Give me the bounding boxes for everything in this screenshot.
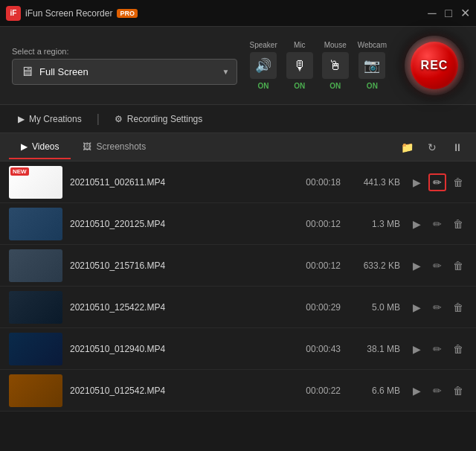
new-badge: NEW xyxy=(10,167,29,176)
minimize-button[interactable]: ─ xyxy=(427,8,437,19)
file-size: 1.3 MB xyxy=(348,219,400,229)
nav-bar: ▶ My Creations | ⚙ Recording Settings xyxy=(0,105,476,133)
play-button[interactable]: ▶ xyxy=(408,340,425,358)
refresh-button[interactable]: ↻ xyxy=(422,138,442,157)
screenshot-tab-label: Screenshots xyxy=(96,141,146,152)
file-duration: 00:00:29 xyxy=(289,302,341,313)
file-name: 20210510_012542.MP4 xyxy=(70,386,281,396)
file-name: 20210510_012940.MP4 xyxy=(70,344,281,354)
app-logo: iF xyxy=(6,6,21,21)
pro-badge: PRO xyxy=(117,9,138,18)
file-name: 20210510_125422.MP4 xyxy=(70,302,281,313)
table-row: 20210510_012940.MP4 00:00:43 38.1 MB ▶ ✏… xyxy=(0,328,476,370)
edit-button[interactable]: ✏ xyxy=(428,382,446,400)
tab-list: ▶ Videos 🖼 Screenshots xyxy=(9,135,158,159)
file-name: 20210510_215716.MP4 xyxy=(70,260,281,271)
play-button[interactable]: ▶ xyxy=(408,382,425,400)
mouse-label: Mouse xyxy=(324,41,347,49)
region-dropdown[interactable]: 🖥 Full Screen ▼ xyxy=(12,59,237,85)
webcam-control[interactable]: Webcam 📷 ON xyxy=(358,41,387,90)
title-bar-controls: ─ □ ✕ xyxy=(427,8,470,19)
speaker-status: ON xyxy=(258,82,269,90)
content-area: ▶ Videos 🖼 Screenshots 📁 ↻ ⏸ NEW 2021051… xyxy=(0,133,476,412)
delete-button[interactable]: 🗑 xyxy=(449,298,467,316)
title-bar-left: iF iFun Screen Recorder PRO xyxy=(6,6,138,21)
webcam-status: ON xyxy=(367,82,378,90)
tab-bar: ▶ Videos 🖼 Screenshots 📁 ↻ ⏸ xyxy=(0,133,476,161)
file-name: 20210511_002611.MP4 xyxy=(70,177,281,188)
play-button[interactable]: ▶ xyxy=(408,215,425,233)
file-actions: ▶ ✏ 🗑 xyxy=(408,340,467,358)
edit-button[interactable]: ✏ xyxy=(428,173,446,191)
monitor-icon: 🖥 xyxy=(20,64,33,80)
video-tab-icon: ▶ xyxy=(21,141,28,152)
table-row: 20210510_125422.MP4 00:00:29 5.0 MB ▶ ✏ … xyxy=(0,287,476,328)
screenshot-tab-icon: 🖼 xyxy=(83,141,91,152)
file-list: NEW 20210511_002611.MP4 00:00:18 441.3 K… xyxy=(0,161,476,412)
file-actions: ▶ ✏ 🗑 xyxy=(408,173,467,191)
sidebar-item-my-creations[interactable]: ▶ My Creations xyxy=(9,109,91,129)
file-size: 6.6 MB xyxy=(348,386,400,396)
rec-button-container: REC xyxy=(405,36,464,95)
file-actions: ▶ ✏ 🗑 xyxy=(408,215,467,233)
table-row: 20210510_012542.MP4 00:00:22 6.6 MB ▶ ✏ … xyxy=(0,370,476,412)
edit-button[interactable]: ✏ xyxy=(428,257,446,275)
speaker-control[interactable]: Speaker 🔊 ON xyxy=(249,41,277,90)
delete-button[interactable]: 🗑 xyxy=(449,173,467,191)
title-bar: iF iFun Screen Recorder PRO ─ □ ✕ xyxy=(0,0,476,27)
nav-divider: | xyxy=(94,112,103,126)
region-selected: Full Screen xyxy=(39,66,216,77)
mouse-status: ON xyxy=(329,82,341,90)
video-tab-label: Videos xyxy=(32,141,59,152)
file-name: 20210510_220125.MP4 xyxy=(70,219,281,229)
table-row: NEW 20210511_002611.MP4 00:00:18 441.3 K… xyxy=(0,161,476,203)
settings-icon: ⚙ xyxy=(115,114,123,124)
file-size: 633.2 KB xyxy=(348,260,400,271)
mic-status: ON xyxy=(294,82,305,90)
mouse-icon: 🖱 xyxy=(322,52,349,79)
my-creations-label: My Creations xyxy=(29,114,82,124)
sidebar-item-recording-settings[interactable]: ⚙ Recording Settings xyxy=(106,109,211,129)
edit-button[interactable]: ✏ xyxy=(428,340,446,358)
region-label: Select a region: xyxy=(12,47,237,56)
my-creations-icon: ▶ xyxy=(18,114,25,124)
chevron-down-icon: ▼ xyxy=(222,68,230,76)
play-button[interactable]: ▶ xyxy=(408,257,425,275)
play-button[interactable]: ▶ xyxy=(408,298,425,316)
file-actions: ▶ ✏ 🗑 xyxy=(408,298,467,316)
rec-label: REC xyxy=(421,59,448,72)
delete-button[interactable]: 🗑 xyxy=(449,215,467,233)
edit-button[interactable]: ✏ xyxy=(428,298,446,316)
delete-button[interactable]: 🗑 xyxy=(449,257,467,275)
close-button[interactable]: ✕ xyxy=(460,8,470,19)
tab-screenshots[interactable]: 🖼 Screenshots xyxy=(71,135,158,159)
mouse-control[interactable]: Mouse 🖱 ON xyxy=(322,41,349,90)
file-size: 38.1 MB xyxy=(348,344,400,354)
open-folder-button[interactable]: 📁 xyxy=(397,138,416,157)
file-duration: 00:00:12 xyxy=(289,219,341,229)
file-thumbnail xyxy=(9,291,62,324)
edit-button[interactable]: ✏ xyxy=(428,215,446,233)
file-size: 5.0 MB xyxy=(348,302,400,313)
tab-videos[interactable]: ▶ Videos xyxy=(9,135,71,159)
mic-control[interactable]: Mic 🎙 ON xyxy=(286,41,313,90)
rec-outer: REC xyxy=(405,36,464,95)
file-duration: 00:00:18 xyxy=(289,177,341,188)
file-duration: 00:00:12 xyxy=(289,260,341,271)
file-thumbnail xyxy=(9,208,62,240)
pause-button[interactable]: ⏸ xyxy=(448,138,467,157)
file-size: 441.3 KB xyxy=(348,177,400,188)
recording-settings-label: Recording Settings xyxy=(127,114,202,124)
maximize-button[interactable]: □ xyxy=(443,8,454,19)
rec-button[interactable]: REC xyxy=(411,42,458,89)
table-row: 20210510_220125.MP4 00:00:12 1.3 MB ▶ ✏ … xyxy=(0,203,476,245)
file-actions: ▶ ✏ 🗑 xyxy=(408,257,467,275)
delete-button[interactable]: 🗑 xyxy=(449,340,467,358)
play-button[interactable]: ▶ xyxy=(408,173,425,191)
file-thumbnail xyxy=(9,249,62,282)
delete-button[interactable]: 🗑 xyxy=(449,382,467,400)
file-thumbnail xyxy=(9,333,62,365)
file-thumbnail xyxy=(9,374,62,407)
mic-label: Mic xyxy=(294,41,306,49)
speaker-label: Speaker xyxy=(249,41,277,49)
